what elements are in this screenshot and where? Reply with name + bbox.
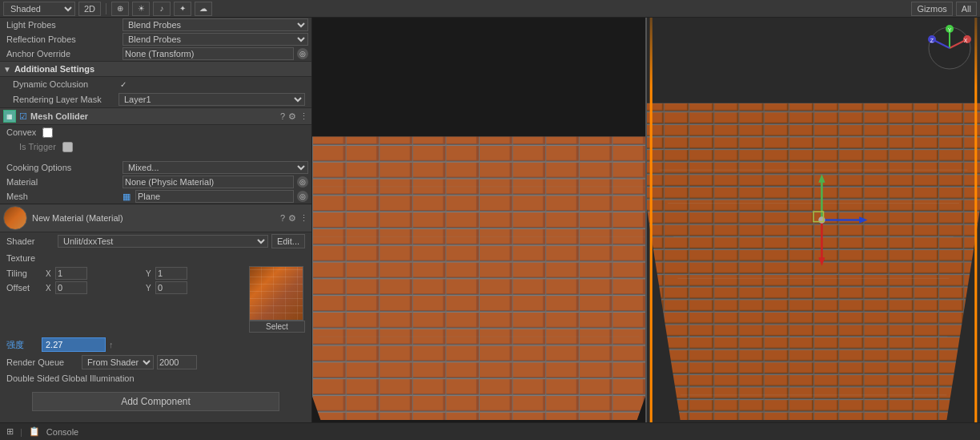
additional-settings-title: Additional Settings: [14, 64, 308, 74]
render-queue-dropdown[interactable]: From Shader: [82, 355, 154, 369]
mesh-label: Mesh: [6, 192, 122, 201]
all-btn[interactable]: All: [956, 2, 977, 16]
2d-toggle[interactable]: 2D: [78, 2, 101, 16]
viewport-area: X Y Z: [312, 18, 980, 422]
bottom-separator-1: |: [20, 427, 22, 437]
hidden-icon-btn[interactable]: ☁: [195, 2, 212, 16]
offset-row: Offset X Y: [6, 281, 243, 295]
material-pick-btn[interactable]: ◎: [297, 176, 308, 188]
spacer-1: [0, 154, 311, 160]
convex-label: Convex: [6, 127, 36, 137]
rendering-layer-row: Rendering Layer Mask Layer1: [0, 91, 311, 107]
shader-label: Shader: [6, 236, 54, 246]
new-material-header[interactable]: New Material (Material) ? ⚙ ⋮: [0, 204, 311, 232]
cooking-options-dropdown[interactable]: Mixed...: [122, 161, 308, 174]
reflection-probes-dropdown[interactable]: Blend Probes: [122, 33, 308, 46]
cooking-options-label: Cooking Options: [6, 163, 122, 172]
nm-settings-icon[interactable]: ⚙: [288, 213, 296, 224]
texture-select-btn[interactable]: Select: [249, 321, 305, 333]
additional-settings-header[interactable]: ▼ Additional Settings: [0, 61, 311, 77]
bottom-icon-1[interactable]: ⊞: [6, 426, 14, 437]
tiling-row: Tiling X Y: [6, 266, 243, 281]
convex-checkbox[interactable]: [42, 127, 53, 138]
shading-mode-dropdown[interactable]: Shaded: [3, 2, 75, 16]
gizmo-widget[interactable]: X Y Z: [926, 24, 974, 74]
light-probes-row: Light Probes Blend Probes: [0, 18, 311, 32]
rendering-layer-label: Rendering Layer Mask: [13, 95, 115, 104]
tiling-x-label: X: [46, 269, 54, 278]
console-icon: 📋: [29, 426, 40, 437]
rendering-layer-dropdown[interactable]: Layer1: [118, 93, 305, 106]
new-material-title: New Material (Material): [32, 213, 280, 223]
cooking-options-value: Mixed...: [122, 161, 308, 174]
svg-marker-22: [647, 103, 980, 420]
mesh-collider-header[interactable]: ▦ ☑ Mesh Collider ? ⚙ ⋮: [0, 107, 311, 125]
reflection-probes-label: Reflection Probes: [6, 34, 122, 44]
effects-icon-btn[interactable]: ✦: [174, 2, 191, 16]
tiling-y-input[interactable]: [155, 267, 187, 280]
svg-point-39: [818, 216, 825, 223]
tiling-label: Tiling: [6, 268, 42, 278]
light-probes-value: Blend Probes: [122, 18, 308, 31]
convex-row: Convex: [0, 125, 311, 139]
additional-settings-arrow: ▼: [3, 65, 11, 74]
mesh-collider-title: Mesh Collider: [30, 111, 280, 121]
mesh-collider-checkbox[interactable]: ☑: [19, 111, 27, 122]
light-probes-label: Light Probes: [6, 20, 122, 30]
render-queue-label: Render Queue: [6, 357, 78, 367]
tiling-y-coord: Y: [146, 267, 243, 280]
light-probes-dropdown[interactable]: Blend Probes: [122, 18, 308, 31]
scene-icon-btn[interactable]: ⊕: [111, 2, 129, 16]
anchor-override-label: Anchor Override: [6, 49, 122, 59]
shader-dropdown[interactable]: Unlit/dxxTest: [58, 235, 268, 248]
viewport-left[interactable]: [312, 18, 647, 422]
offset-x-label: X: [46, 284, 54, 293]
dynamic-occlusion-row: Dynamic Occlusion ✓: [0, 77, 311, 91]
svg-text:X: X: [964, 38, 968, 43]
anchor-override-input[interactable]: [122, 47, 294, 60]
svg-text:Z: Z: [930, 38, 934, 43]
main-area: Light Probes Blend Probes Reflection Pro…: [0, 18, 980, 422]
console-label[interactable]: Console: [46, 427, 78, 437]
light-icon-btn[interactable]: ☀: [132, 2, 150, 16]
shader-row: Shader Unlit/dxxTest Edit...: [0, 232, 311, 250]
gizmos-btn[interactable]: Gizmos: [911, 2, 952, 16]
offset-y-label: Y: [146, 284, 154, 293]
strength-row: 强度 ↑: [0, 336, 311, 353]
mesh-grid-icon: ▦: [122, 192, 131, 202]
texture-row: Tiling X Y Offset: [6, 266, 305, 333]
add-component-btn[interactable]: Add Component: [32, 392, 279, 411]
nm-help-icon[interactable]: ?: [280, 213, 285, 223]
mesh-input[interactable]: [135, 190, 294, 203]
dynamic-occlusion-check[interactable]: ✓: [120, 80, 127, 89]
edit-shader-btn[interactable]: Edit...: [271, 234, 305, 248]
mesh-pick-btn[interactable]: ◎: [297, 191, 308, 202]
dynamic-occlusion-label: Dynamic Occlusion: [13, 79, 117, 89]
mesh-value: ▦ ◎: [122, 190, 308, 203]
is-trigger-checkbox[interactable]: [62, 142, 73, 152]
mesh-row: Mesh ▦ ◎: [0, 189, 311, 204]
material-row: Material ◎: [0, 175, 311, 189]
nm-more-icon[interactable]: ⋮: [299, 213, 308, 224]
cursor-icon: ↑: [109, 340, 114, 349]
audio-icon-btn[interactable]: ♪: [153, 2, 171, 16]
viewport-right[interactable]: X Y Z: [647, 18, 980, 422]
anchor-override-pick-btn[interactable]: ◎: [297, 48, 308, 59]
reflection-probes-row: Reflection Probes Blend Probes: [0, 32, 311, 46]
mesh-collider-icon: ▦: [3, 110, 16, 123]
offset-y-input[interactable]: [155, 281, 187, 294]
tiling-y-label: Y: [146, 269, 154, 278]
mesh-collider-settings-icon[interactable]: ⚙: [288, 111, 296, 122]
strength-input[interactable]: [42, 337, 106, 352]
mesh-collider-help-icon[interactable]: ?: [280, 111, 285, 121]
offset-x-input[interactable]: [55, 281, 87, 294]
material-label: Material: [6, 177, 122, 187]
material-input[interactable]: [122, 176, 294, 188]
texture-props: Tiling X Y Offset: [6, 266, 243, 295]
mesh-collider-more-icon[interactable]: ⋮: [299, 111, 308, 122]
tiling-x-input[interactable]: [55, 267, 87, 280]
bottom-bar: ⊞ | 📋 Console: [0, 422, 980, 440]
render-queue-value-input[interactable]: [157, 355, 197, 369]
offset-y-coord: Y: [146, 281, 243, 294]
texture-thumbnail[interactable]: [249, 266, 303, 321]
